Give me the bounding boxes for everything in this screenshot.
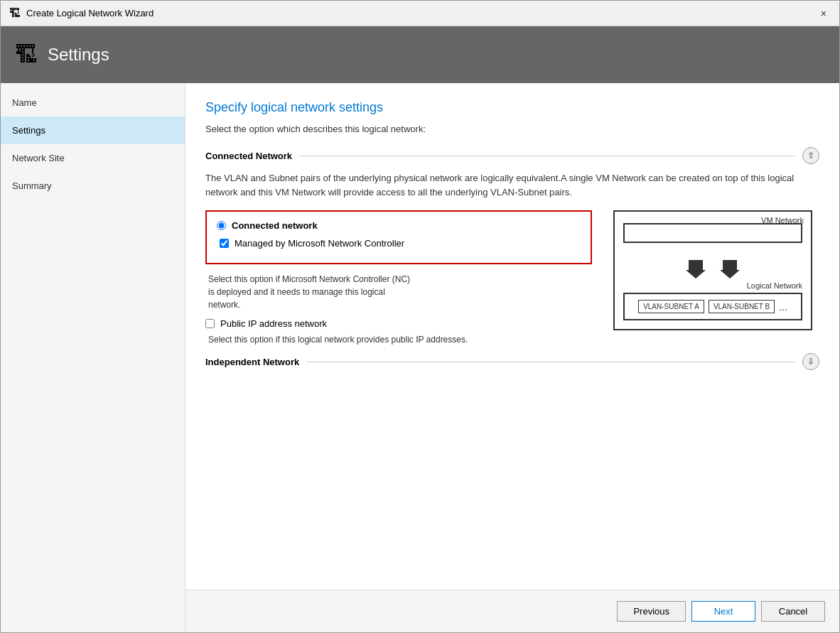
close-button[interactable]: × xyxy=(817,6,831,21)
header-icon: 🏗 xyxy=(15,42,38,68)
sidebar: Name Settings Network Site Summary xyxy=(1,83,185,632)
managed-desc: Select this option if Microsoft Network … xyxy=(205,273,592,311)
vm-network-box xyxy=(623,223,802,243)
title-bar: 🏗 Create Logical Network Wizard × xyxy=(1,1,839,26)
connected-network-line xyxy=(299,156,795,156)
connected-network-radio[interactable] xyxy=(217,221,226,230)
public-ip-checkbox-row: Public IP address network xyxy=(205,318,592,329)
arrow-right xyxy=(720,260,740,278)
main-content: Specify logical network settings Select … xyxy=(185,83,839,632)
diagram-arrows xyxy=(623,260,802,278)
previous-button[interactable]: Previous xyxy=(617,601,686,622)
sidebar-item-settings[interactable]: Settings xyxy=(1,117,185,144)
logical-network-label: Logical Network xyxy=(623,281,802,290)
connected-network-radio-label[interactable]: Connected network xyxy=(232,220,318,231)
independent-network-header: Independent Network ⇩ xyxy=(205,353,819,370)
page-title: Specify logical network settings xyxy=(205,100,819,115)
public-ip-checkbox[interactable] xyxy=(205,319,215,328)
independent-network-section: Independent Network ⇩ xyxy=(205,353,819,370)
arrow-left xyxy=(686,260,706,278)
managed-checkbox-row: Managed by Microsoft Network Controller xyxy=(217,238,581,249)
sidebar-item-summary[interactable]: Summary xyxy=(1,172,185,200)
independent-network-line xyxy=(306,362,795,362)
header-bar: 🏗 Settings xyxy=(1,26,839,83)
subnet-a-box: VLAN-SUBNET A xyxy=(638,300,704,313)
diagram-col: VM Network xyxy=(606,210,819,346)
options-col: Connected network Managed by Microsoft N… xyxy=(205,210,592,346)
window-title: Create Logical Network Wizard xyxy=(26,8,154,18)
sidebar-item-name[interactable]: Name xyxy=(1,89,185,117)
content-area: Name Settings Network Site Summary Speci… xyxy=(1,83,839,632)
independent-network-title: Independent Network xyxy=(205,357,299,367)
vm-network-label: VM Network xyxy=(761,216,804,224)
window-icon: 🏗 xyxy=(9,7,21,20)
connected-network-radio-row: Connected network xyxy=(217,220,581,231)
connected-network-toggle[interactable]: ⇧ xyxy=(802,147,819,164)
connected-network-desc: The VLAN and Subnet pairs of the underly… xyxy=(205,171,819,199)
wizard-window: 🏗 Create Logical Network Wizard × 🏗 Sett… xyxy=(0,0,840,633)
managed-nc-label[interactable]: Managed by Microsoft Network Controller xyxy=(235,238,404,249)
public-ip-label[interactable]: Public IP address network xyxy=(220,318,327,329)
options-diagram-row: Connected network Managed by Microsoft N… xyxy=(205,210,819,346)
page-subtitle: Select the option which describes this l… xyxy=(205,124,819,134)
footer: Previous Next Cancel xyxy=(185,590,839,632)
connected-network-title: Connected Network xyxy=(205,151,292,161)
connected-network-header: Connected Network ⇧ xyxy=(205,147,819,164)
next-button[interactable]: Next xyxy=(691,601,755,622)
cancel-button[interactable]: Cancel xyxy=(761,601,825,622)
title-bar-left: 🏗 Create Logical Network Wizard xyxy=(9,7,154,20)
independent-network-toggle[interactable]: ⇩ xyxy=(802,353,819,370)
managed-nc-checkbox[interactable] xyxy=(220,239,229,248)
subnet-b-box: VLAN-SUBNET B xyxy=(709,300,775,313)
main-scroll-area: Specify logical network settings Select … xyxy=(185,83,839,590)
subnet-dots: ... xyxy=(779,301,787,313)
logical-network-box: VLAN-SUBNET A VLAN-SUBNET B ... xyxy=(623,293,802,320)
header-title: Settings xyxy=(48,45,109,65)
connected-network-option-box: Connected network Managed by Microsoft N… xyxy=(205,210,592,264)
network-diagram: VM Network xyxy=(613,210,812,330)
public-ip-desc: Select this option if this logical netwo… xyxy=(205,333,592,346)
sidebar-item-network-site[interactable]: Network Site xyxy=(1,144,185,172)
diagram-subnets: VLAN-SUBNET A VLAN-SUBNET B ... xyxy=(630,300,795,313)
